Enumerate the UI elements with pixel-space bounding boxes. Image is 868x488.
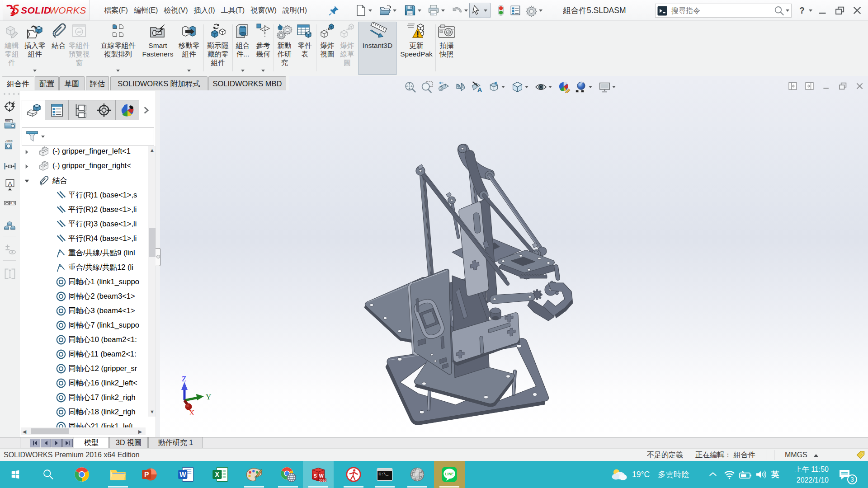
- tree-item[interactable]: 同軸心7 (link1_suppo: [20, 318, 149, 333]
- menu-item-2[interactable]: 檢視(V): [161, 0, 191, 21]
- search-box[interactable]: [655, 4, 792, 18]
- scroll-right-arrow[interactable]: ▶: [137, 428, 143, 435]
- dropdown-arrow[interactable]: [261, 70, 265, 72]
- model-tab-1[interactable]: 3D 視圖: [109, 437, 148, 448]
- tree-item[interactable]: 重合/共線/共點9 (linl: [20, 246, 149, 260]
- model-tab-0[interactable]: 模型: [74, 437, 109, 448]
- expand-arrow-icon[interactable]: [24, 164, 30, 169]
- taskbar-paint[interactable]: [239, 461, 269, 488]
- ribbon-instant3d-button[interactable]: Instant3D: [359, 22, 396, 75]
- command-tab-5[interactable]: SOLIDWORKS MBD: [208, 76, 286, 90]
- tree-item[interactable]: 平行(R)1 (base<1>,s: [20, 188, 149, 202]
- print-button[interactable]: [427, 0, 447, 21]
- menu-item-3[interactable]: 插入(I): [191, 0, 218, 21]
- ribbon-take-snapshot-button[interactable]: 拍攝 快照: [436, 22, 458, 75]
- location-dimension-button[interactable]: [4, 118, 16, 131]
- ribbon-show-hidden-components-button[interactable]: 顯示隱 藏的零 組件: [205, 22, 231, 75]
- volume-icon[interactable]: [754, 461, 768, 488]
- show-tolerance-status-button[interactable]: [4, 243, 16, 255]
- tree-item[interactable]: 同軸心18 (link2_righ: [20, 405, 149, 419]
- magnifier-icon[interactable]: [774, 5, 784, 16]
- panel-tab-property-manager[interactable]: [45, 100, 69, 120]
- search-dropdown-arrow[interactable]: [786, 9, 789, 12]
- ribbon-new-motion-study-button[interactable]: 新動 作研 究: [274, 22, 295, 75]
- start-button[interactable]: [5, 461, 26, 488]
- scroll-down-arrow[interactable]: ▼: [148, 408, 156, 415]
- ribbon-smart-fasteners-button[interactable]: Smart Fasteners: [138, 22, 178, 75]
- tree-item[interactable]: 同軸心10 (beam2<1:: [20, 333, 149, 347]
- dropdown-arrow[interactable]: [368, 9, 372, 12]
- panel-tab-display-manager[interactable]: [116, 100, 139, 120]
- nav-last-button[interactable]: [62, 439, 73, 447]
- taskbar-solidworks-2016[interactable]: [303, 461, 334, 488]
- window-close-button[interactable]: [851, 4, 863, 17]
- battery-icon[interactable]: [738, 461, 752, 488]
- dropdown-arrow[interactable]: [33, 70, 37, 72]
- ribbon-component-preview-window-button[interactable]: 零組件 預覽視 窗: [66, 22, 92, 75]
- collapse-arrow-icon[interactable]: [24, 178, 30, 184]
- taskbar-line-app[interactable]: [434, 461, 465, 488]
- menu-item-6[interactable]: 說明(H): [279, 0, 310, 21]
- geometric-tolerance-button[interactable]: [4, 197, 16, 210]
- tree-item[interactable]: (-) gripper_finger_left<1: [20, 146, 149, 159]
- tree-vertical-scrollbar[interactable]: [148, 146, 156, 417]
- tree-item[interactable]: 平行(R)2 (base<1>,li: [20, 202, 149, 217]
- ribbon-assembly-features-button[interactable]: 組合 件...: [231, 22, 254, 75]
- tree-item[interactable]: 重合/共線/共點12 (li: [20, 260, 149, 275]
- menu-item-5[interactable]: 視窗(W): [248, 0, 280, 21]
- panel-tab-featuremanager-tree[interactable]: [22, 100, 45, 120]
- auto-dimension-scheme-button[interactable]: [4, 100, 16, 113]
- dropdown-arrow[interactable]: [393, 9, 396, 12]
- tree-scrollbar-thumb[interactable]: [149, 228, 156, 257]
- save-button[interactable]: [404, 0, 423, 21]
- weather-temp[interactable]: 19°C: [632, 461, 650, 488]
- taskbar-dancer-app[interactable]: [338, 461, 369, 488]
- window-minimize-button[interactable]: [816, 4, 829, 17]
- wifi-icon[interactable]: [722, 461, 736, 488]
- tree-hscrollbar-thumb[interactable]: [31, 428, 69, 434]
- panel-tab-dimxpert-manager[interactable]: [92, 100, 116, 120]
- scroll-left-arrow[interactable]: ◀: [21, 428, 28, 435]
- dropdown-arrow[interactable]: [116, 70, 120, 72]
- select-tool-button[interactable]: [469, 0, 491, 21]
- taskbar-chrome[interactable]: [66, 461, 97, 488]
- panel-tabs-expand[interactable]: [139, 100, 153, 120]
- command-tab-1[interactable]: 配置: [35, 76, 59, 90]
- tree-item[interactable]: 同軸心2 (beam3<1>: [20, 289, 149, 304]
- command-tab-4[interactable]: SOLIDWORKS 附加程式: [110, 76, 208, 90]
- expand-arrow-icon[interactable]: [24, 149, 30, 155]
- taskbar-powerpoint[interactable]: [134, 461, 165, 488]
- taskbar-excel[interactable]: [205, 461, 236, 488]
- tree-filter[interactable]: [22, 127, 154, 145]
- undo-button[interactable]: [450, 0, 470, 21]
- weather-icon[interactable]: [609, 461, 629, 488]
- taskbar-terminal[interactable]: [369, 461, 400, 488]
- pin-icon[interactable]: [328, 5, 340, 16]
- menu-item-4[interactable]: 工具(T): [218, 0, 247, 21]
- nav-previous-button[interactable]: [41, 439, 51, 447]
- command-tab-0[interactable]: 組合件: [2, 76, 34, 90]
- tree-item[interactable]: (-) gripper_finger_right<: [20, 159, 149, 174]
- help-button[interactable]: [797, 0, 814, 21]
- ribbon-exploded-view-button[interactable]: 爆炸 視圖: [316, 22, 338, 75]
- tree-item[interactable]: 同軸心3 (beam4<1>: [20, 304, 149, 318]
- datum-button[interactable]: [4, 178, 16, 191]
- pattern-feature-button[interactable]: [4, 218, 16, 230]
- clock[interactable]: 上午 11:502022/1/10: [789, 464, 829, 486]
- ime-indicator[interactable]: 英: [771, 461, 779, 488]
- units-selector[interactable]: MMGS: [785, 449, 818, 461]
- search-input[interactable]: [668, 7, 774, 15]
- tree-item[interactable]: 結合: [20, 174, 149, 188]
- taskbar-sphere-app[interactable]: [402, 461, 433, 488]
- tray-expand-chevron[interactable]: [706, 461, 720, 488]
- taskbar-word[interactable]: [170, 461, 201, 488]
- size-dimension-button[interactable]: [4, 138, 16, 151]
- taskbar-file-explorer[interactable]: [103, 461, 133, 488]
- ribbon-bill-of-materials-button[interactable]: 零件 表: [295, 22, 315, 75]
- copy-scheme-button[interactable]: [4, 267, 16, 280]
- tree-item[interactable]: 同軸心1 (link1_suppo: [20, 275, 149, 289]
- weather-desc[interactable]: 多雲時陰: [658, 461, 689, 488]
- nav-next-button[interactable]: [52, 439, 62, 447]
- dropdown-arrow[interactable]: [441, 9, 445, 12]
- tree-item[interactable]: 同軸心21 (link1_left: [20, 419, 149, 428]
